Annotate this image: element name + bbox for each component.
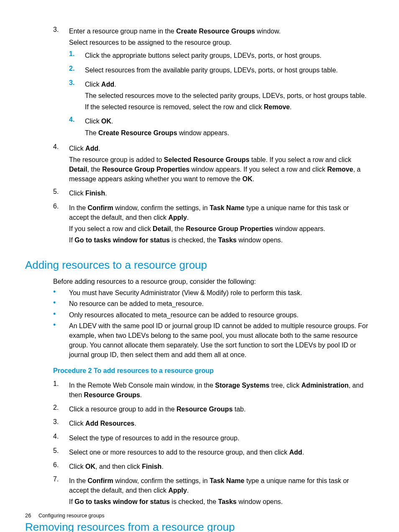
bullet-icon: • <box>53 321 69 360</box>
bullet-icon: • <box>53 299 69 308</box>
list-item: •No resource can be added to meta_resour… <box>53 299 369 308</box>
proc-step-5: 5.Select one or more resources to add to… <box>53 446 369 459</box>
step-4: 4. Click Add. The resource group is adde… <box>53 142 369 186</box>
substep-text: Select resources from the available pari… <box>85 65 369 75</box>
heading-adding-resources: Adding resources to a resource group <box>25 257 369 273</box>
list-text: You must have Security Administrator (Vi… <box>69 288 369 298</box>
list-marker: 2. <box>69 64 85 77</box>
list-marker: 3. <box>53 25 69 141</box>
main-steps-list: 3. Enter a resource group name in the Cr… <box>53 25 369 247</box>
list-marker: 5. <box>53 187 69 200</box>
step-text: Enter a resource group name in the Creat… <box>69 26 369 36</box>
list-text: Only resources allocated to meta_resourc… <box>69 310 369 320</box>
step-6: 6. In the Confirm window, confirm the se… <box>53 201 369 247</box>
procedure-2-steps: 1.In the Remote Web Console main window,… <box>53 379 369 509</box>
step-text: If Go to tasks window for status is chec… <box>69 497 369 506</box>
chapter-title: Configuring resource groups <box>38 513 105 519</box>
step-5: 5. Click Finish. <box>53 187 369 200</box>
substep-text: If the selected resource is removed, sel… <box>85 102 369 112</box>
list-marker: 4. <box>69 115 85 139</box>
list-item: •You must have Security Administrator (V… <box>53 288 369 298</box>
list-text: An LDEV with the same pool ID or journal… <box>69 321 369 360</box>
list-marker: 1. <box>69 49 85 62</box>
proc-step-2: 2.Click a resource group to add in the R… <box>53 403 369 416</box>
list-item: •An LDEV with the same pool ID or journa… <box>53 321 369 360</box>
step-text: If you select a row and click Detail, th… <box>69 224 369 234</box>
step-text: Click a resource group to add in the Res… <box>69 404 369 414</box>
page-number: 26 <box>25 512 31 519</box>
list-marker: 3. <box>69 78 85 114</box>
step-text: Click Add. <box>69 144 369 153</box>
page-footer: 26 Configuring resource groups <box>25 512 105 519</box>
proc-step-3: 3.Click Add Resources. <box>53 417 369 430</box>
substep-1: 1. Click the appropriate buttons select … <box>69 49 369 62</box>
bullet-icon: • <box>53 310 69 320</box>
list-marker: 5. <box>53 446 69 459</box>
heading-removing-resources: Removing resources from a resource group <box>25 519 369 532</box>
step-text: Click Add Resources. <box>69 419 369 428</box>
step-text: In the Confirm window, confirm the setti… <box>69 203 369 222</box>
substep-3: 3. Click Add. The selected resources mov… <box>69 78 369 114</box>
step-text: In the Remote Web Console main window, i… <box>69 380 369 400</box>
step-subtext: Select resources to be assigned to the r… <box>69 38 369 47</box>
list-marker: 7. <box>53 474 69 509</box>
proc-step-6: 6.Click OK, and then click Finish. <box>53 460 369 473</box>
proc-step-7: 7. In the Confirm window, confirm the se… <box>53 474 369 509</box>
sub-steps-list: 1. Click the appropriate buttons select … <box>69 49 369 139</box>
list-marker: 6. <box>53 460 69 473</box>
procedure-2-title: Procedure 2 To add resources to a resour… <box>53 366 369 375</box>
step-text: Select the type of resources to add in t… <box>69 433 369 443</box>
list-item: •Only resources allocated to meta_resour… <box>53 310 369 320</box>
proc-step-1: 1.In the Remote Web Console main window,… <box>53 379 369 401</box>
substep-4: 4. Click OK. The Create Resource Groups … <box>69 115 369 139</box>
list-marker: 4. <box>53 432 69 445</box>
page-content: 3. Enter a resource group name in the Cr… <box>25 25 369 532</box>
document-page: 3. Enter a resource group name in the Cr… <box>0 0 399 532</box>
step-3: 3. Enter a resource group name in the Cr… <box>53 25 369 141</box>
intro-paragraph: Before adding resources to a resource gr… <box>53 277 369 286</box>
substep-2: 2. Select resources from the available p… <box>69 64 369 77</box>
step-text: If Go to tasks window for status is chec… <box>69 235 369 245</box>
considerations-list: •You must have Security Administrator (V… <box>53 288 369 360</box>
substep-text: Click OK. <box>85 116 369 126</box>
step-text: In the Confirm window, confirm the setti… <box>69 476 369 495</box>
list-text: No resource can be added to meta_resourc… <box>69 299 369 308</box>
step-text: Click Finish. <box>69 188 369 198</box>
step-text: Click OK, and then click Finish. <box>69 462 369 471</box>
substep-text: Click Add. <box>85 80 369 89</box>
step-text: Select one or more resources to add to t… <box>69 447 369 457</box>
proc-step-4: 4.Select the type of resources to add in… <box>53 432 369 445</box>
list-marker: 6. <box>53 201 69 247</box>
list-marker: 2. <box>53 403 69 416</box>
substep-text: The selected resources move to the selec… <box>85 91 369 100</box>
list-marker: 3. <box>53 417 69 430</box>
substep-text: The Create Resource Groups window appear… <box>85 128 369 138</box>
step-text: The resource group is added to Selected … <box>69 155 369 184</box>
substep-text: Click the appropriate buttons select par… <box>85 51 369 60</box>
list-marker: 1. <box>53 379 69 401</box>
bullet-icon: • <box>53 288 69 298</box>
list-marker: 4. <box>53 142 69 186</box>
